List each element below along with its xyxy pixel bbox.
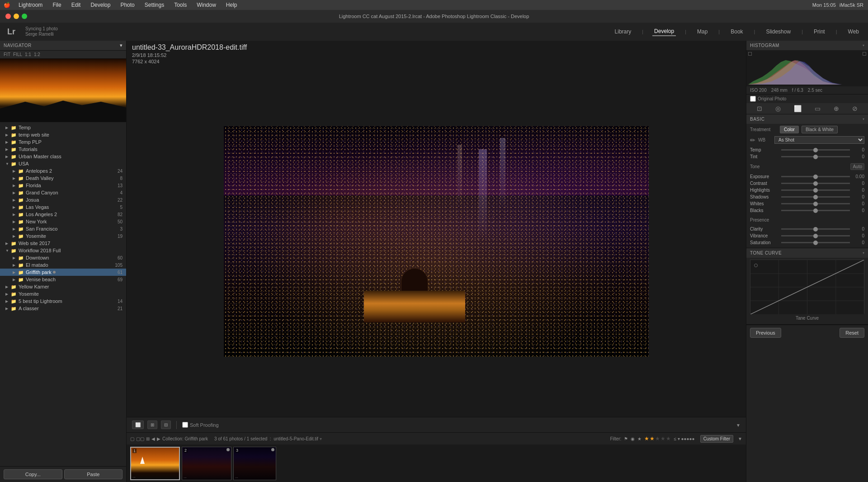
adjustment-brush-icon[interactable]: ⊘ bbox=[852, 105, 858, 112]
blacks-thumb[interactable] bbox=[813, 208, 818, 213]
close-button[interactable] bbox=[5, 14, 11, 19]
histogram-header[interactable]: Histogram ▾ bbox=[746, 41, 868, 50]
folder-grand-canyon[interactable]: ▶ 📁 Grand Canyon 4 bbox=[0, 189, 126, 196]
contrast-thumb[interactable] bbox=[813, 181, 818, 186]
lightroom-menu[interactable]: Lightroom bbox=[17, 2, 44, 8]
color-btn[interactable]: Color bbox=[780, 126, 799, 133]
spot-removal-icon[interactable]: ◎ bbox=[775, 105, 781, 112]
filter-star-empty[interactable]: ★ bbox=[637, 436, 642, 441]
blacks-slider[interactable] bbox=[781, 210, 850, 211]
reset-button[interactable]: Reset bbox=[840, 328, 864, 338]
folder-tutorials[interactable]: ▶ 📁 Tutorials bbox=[0, 146, 126, 153]
previous-button[interactable]: Previous bbox=[750, 328, 781, 338]
apple-menu[interactable]: 🍎 bbox=[4, 2, 10, 8]
folder-josua[interactable]: ▶ 📁 Josua 22 bbox=[0, 196, 126, 203]
exposure-slider[interactable] bbox=[781, 176, 850, 177]
filter-color[interactable]: ◉ bbox=[631, 436, 635, 441]
nav-map[interactable]: Map bbox=[695, 28, 709, 36]
nav-next[interactable]: ▶ bbox=[157, 436, 160, 441]
graduated-filter-icon[interactable]: ▭ bbox=[815, 105, 821, 112]
nav-slideshow[interactable]: Slideshow bbox=[764, 28, 793, 36]
wb-eyedropper[interactable]: ✏ bbox=[750, 137, 755, 144]
filmstrip-thumb-3[interactable]: 3 ... bbox=[233, 447, 276, 480]
folder-temp-web[interactable]: ▶ 📁 temp web site bbox=[0, 131, 126, 138]
folder-a-classer[interactable]: ▶ 📁 A classer 21 bbox=[0, 305, 126, 312]
nav-fill[interactable]: FILL bbox=[13, 52, 22, 57]
photo-menu[interactable]: Photo bbox=[118, 2, 136, 8]
folder-new-york[interactable]: ▶ 📁 New York 50 bbox=[0, 218, 126, 225]
folder-venise-beach[interactable]: ▶ 📁 Venise beach 69 bbox=[0, 276, 126, 283]
crop-overlay-icon[interactable]: ⊡ bbox=[757, 105, 762, 112]
tone-curve-header[interactable]: Tone Curve ▾ bbox=[746, 248, 868, 258]
shadows-thumb[interactable] bbox=[813, 195, 818, 199]
folder-death-valley[interactable]: ▶ 📁 Death Valley 8 bbox=[0, 175, 126, 182]
whites-slider[interactable] bbox=[781, 203, 850, 204]
contrast-slider[interactable] bbox=[781, 183, 850, 184]
filmstrip-thumb-2[interactable]: 2 ... bbox=[182, 447, 231, 480]
grid-tool[interactable]: ⊞ bbox=[147, 421, 157, 429]
custom-filter-button[interactable]: Custom Filter bbox=[700, 435, 733, 443]
radial-filter-icon[interactable]: ⊕ bbox=[834, 105, 839, 112]
folder-las-vegas[interactable]: ▶ 📁 Las Vegas 5 bbox=[0, 203, 126, 211]
folder-antelopes[interactable]: ▶ 📁 Antelopes 2 24 bbox=[0, 167, 126, 175]
window-menu[interactable]: Window bbox=[195, 2, 218, 8]
shadow-clip-indicator[interactable] bbox=[748, 52, 752, 56]
clarity-thumb[interactable] bbox=[813, 227, 818, 232]
exposure-thumb[interactable] bbox=[813, 175, 818, 179]
soft-proofing-checkbox[interactable] bbox=[182, 422, 188, 428]
folder-el-matado[interactable]: ▶ 📁 El matado 105 bbox=[0, 261, 126, 269]
toolbar-collapse[interactable]: ▼ bbox=[736, 423, 741, 428]
whites-thumb[interactable] bbox=[813, 202, 818, 206]
folder-temp[interactable]: ▶ 📁 Temp bbox=[0, 124, 126, 131]
nav-develop[interactable]: Develop bbox=[652, 27, 676, 36]
bw-btn[interactable]: Black & White bbox=[802, 126, 838, 133]
red-eye-icon[interactable]: ⬜ bbox=[794, 105, 802, 112]
wb-select[interactable]: As Shot bbox=[774, 136, 864, 144]
nav-1-1[interactable]: 1:1 bbox=[25, 52, 31, 57]
edit-menu[interactable]: Edit bbox=[70, 2, 83, 8]
folder-yosemite-usa[interactable]: ▶ 📁 Yosemite 19 bbox=[0, 232, 126, 240]
basic-header[interactable]: Basic ▾ bbox=[746, 114, 868, 124]
temp-thumb[interactable] bbox=[813, 148, 818, 152]
copy-button[interactable]: Copy... bbox=[4, 469, 62, 479]
help-menu[interactable]: Help bbox=[224, 2, 239, 8]
nav-print[interactable]: Print bbox=[812, 28, 827, 36]
tools-menu[interactable]: Tools bbox=[172, 2, 189, 8]
file-menu[interactable]: File bbox=[51, 2, 63, 8]
overlay-tool[interactable]: ⊟ bbox=[161, 421, 171, 429]
vibrance-thumb[interactable] bbox=[813, 234, 818, 238]
minimize-button[interactable] bbox=[14, 14, 19, 19]
folder-temp-plp[interactable]: ▶ 📁 Temp PLP bbox=[0, 138, 126, 146]
highlights-slider[interactable] bbox=[781, 189, 850, 191]
nav-fit[interactable]: FIT bbox=[4, 52, 10, 57]
nav-book[interactable]: Book bbox=[729, 28, 745, 36]
folder-florida[interactable]: ▶ 📁 Florida 13 bbox=[0, 182, 126, 189]
develop-menu[interactable]: Develop bbox=[89, 2, 112, 8]
filmstrip-collapse[interactable]: ▼ bbox=[738, 436, 742, 441]
tint-thumb[interactable] bbox=[813, 155, 818, 159]
nav-library[interactable]: Library bbox=[613, 28, 633, 36]
highlight-clip-indicator[interactable] bbox=[863, 52, 866, 56]
auto-btn[interactable]: Auto bbox=[850, 163, 864, 170]
folder-yellow-karner[interactable]: ▶ 📁 Yellow Karner bbox=[0, 283, 126, 290]
navigator-header[interactable]: Navigator ▾ bbox=[0, 41, 126, 51]
vibrance-slider[interactable] bbox=[781, 235, 850, 236]
temp-slider[interactable] bbox=[781, 149, 850, 151]
folder-downtown[interactable]: ▶ 📁 Downtown 60 bbox=[0, 254, 126, 261]
folder-5-best-tip[interactable]: ▶ 📁 5 best tip Lightroom 14 bbox=[0, 298, 126, 305]
filter-flag[interactable]: ⚑ bbox=[624, 436, 628, 441]
saturation-thumb[interactable] bbox=[813, 241, 818, 245]
folder-griffith-park[interactable]: ▶ 📁 Griffith park 61 bbox=[0, 269, 126, 276]
tint-slider[interactable] bbox=[781, 156, 850, 157]
folder-urban[interactable]: ▶ 📁 Urban Master class bbox=[0, 153, 126, 160]
view-double[interactable]: ▢▢ bbox=[136, 436, 144, 441]
folder-los-angeles-2[interactable]: ▶ 📁 Los Angeles 2 82 bbox=[0, 211, 126, 218]
folder-web-2017[interactable]: ▶ 📁 Web site 2017 bbox=[0, 240, 126, 247]
original-photo-checkbox[interactable] bbox=[750, 96, 756, 102]
maximize-button[interactable] bbox=[22, 14, 27, 19]
clarity-slider[interactable] bbox=[781, 228, 850, 230]
folder-usa[interactable]: ▼ 📁 USA bbox=[0, 160, 126, 167]
crop-tool[interactable]: ⬜ bbox=[132, 421, 144, 429]
nav-1-2[interactable]: 1:2 bbox=[34, 52, 40, 57]
settings-menu[interactable]: Settings bbox=[143, 2, 166, 8]
